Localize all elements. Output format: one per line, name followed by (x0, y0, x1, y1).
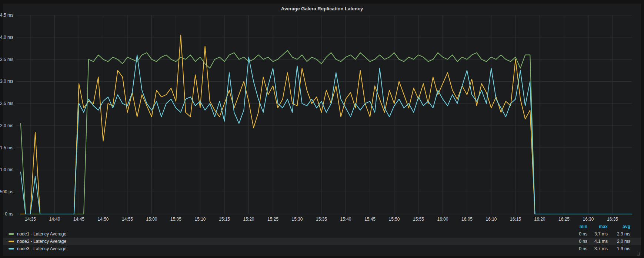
y-axis-tick-label: 2.5 ms (0, 101, 13, 106)
grafana-dashboard: Average Galera Replication Latency 0 ns5… (0, 0, 644, 258)
series-color-icon[interactable] (9, 248, 14, 249)
series-line-node3[interactable] (21, 55, 632, 214)
x-axis-labels: 14:3514:4014:4514:5014:5515:0015:0515:10… (25, 217, 618, 222)
y-axis-labels: 0 ns500 µs1.0 ms1.5 ms2.0 ms2.5 ms3.0 ms… (0, 13, 13, 217)
series-label[interactable]: node1 - Latency Average (17, 231, 66, 237)
legend-sort-avg[interactable]: avg (608, 224, 630, 229)
x-axis-tick-label: 15:25 (267, 217, 278, 222)
latency-chart[interactable]: 0 ns500 µs1.0 ms1.5 ms2.0 ms2.5 ms3.0 ms… (0, 0, 644, 258)
legend: minmaxavgnode1 - Latency Average0 ns3.7 … (3, 223, 641, 252)
series-line-node1[interactable] (21, 51, 535, 214)
y-axis-tick-label: 4.5 ms (0, 13, 13, 18)
y-axis-tick-label: 1.0 ms (0, 167, 13, 172)
x-axis-tick-label: 16:30 (583, 217, 594, 222)
legend-sort-max[interactable]: max (587, 224, 608, 229)
x-axis-tick-label: 15:35 (316, 217, 327, 222)
stat-min-value: 0 ns (567, 239, 587, 244)
y-axis-tick-label: 3.0 ms (0, 79, 13, 84)
x-axis-tick-label: 16:05 (461, 217, 473, 222)
stat-avg-value: 2.0 ms (608, 239, 630, 244)
x-axis-tick-label: 15:45 (364, 217, 376, 222)
stat-min-value: 0 ns (567, 231, 587, 237)
x-axis-tick-label: 14:55 (122, 217, 133, 222)
y-axis-tick-label: 3.5 ms (0, 57, 13, 62)
x-axis-tick-label: 15:00 (146, 217, 157, 222)
stat-max-value: 3.7 ms (587, 231, 608, 237)
x-axis-tick-label: 15:40 (340, 217, 351, 222)
legend-stats-header: minmaxavg (3, 223, 641, 230)
x-axis-tick-label: 14:40 (49, 217, 60, 222)
x-axis-tick-label: 14:35 (25, 217, 36, 222)
y-axis-tick-label: 500 µs (0, 189, 13, 194)
x-axis-tick-label: 15:55 (413, 217, 424, 222)
x-axis-tick-label: 15:30 (291, 217, 303, 222)
x-axis-tick-label: 15:20 (243, 217, 254, 222)
x-axis-tick-label: 16:10 (485, 217, 497, 222)
stat-max-value: 4.1 ms (587, 239, 608, 244)
stat-min-value: 0 ns (567, 246, 587, 251)
y-axis-tick-label: 0 ns (5, 211, 13, 217)
panel-resize-handle-icon[interactable] (637, 252, 640, 255)
x-axis-tick-label: 14:50 (97, 217, 109, 222)
legend-row-node1[interactable]: node1 - Latency Average0 ns3.7 ms2.9 ms (3, 230, 641, 238)
series-line-node2[interactable] (21, 35, 535, 214)
series-color-icon[interactable] (9, 233, 14, 235)
series-label[interactable]: node3 - Latency Average (17, 246, 66, 251)
x-axis-tick-label: 16:00 (437, 217, 448, 222)
legend-row-node2[interactable]: node2 - Latency Average0 ns4.1 ms2.0 ms (3, 238, 641, 245)
legend-row-node3[interactable]: node3 - Latency Average0 ns3.7 ms1.9 ms (3, 245, 641, 252)
stat-max-value: 3.7 ms (587, 246, 608, 251)
y-axis-tick-label: 1.5 ms (0, 145, 13, 150)
x-axis-tick-label: 16:25 (558, 217, 570, 222)
stat-avg-value: 2.9 ms (608, 231, 630, 237)
y-axis-tick-label: 2.0 ms (0, 123, 13, 128)
series-color-icon[interactable] (9, 241, 14, 242)
x-axis-tick-label: 15:15 (219, 217, 230, 222)
x-axis-tick-label: 16:35 (607, 217, 618, 222)
x-axis-tick-label: 16:15 (510, 217, 521, 222)
x-axis-tick-label: 15:10 (194, 217, 206, 222)
x-axis-tick-label: 15:05 (170, 217, 181, 222)
grid-lines (16, 15, 632, 214)
x-axis-tick-label: 15:50 (388, 217, 400, 222)
x-axis-tick-label: 16:20 (534, 217, 545, 222)
series-label[interactable]: node2 - Latency Average (17, 239, 66, 244)
legend-sort-min[interactable]: min (567, 224, 587, 229)
x-axis-tick-label: 14:45 (73, 217, 84, 222)
y-axis-tick-label: 4.0 ms (0, 35, 13, 40)
stat-avg-value: 1.9 ms (608, 246, 630, 251)
